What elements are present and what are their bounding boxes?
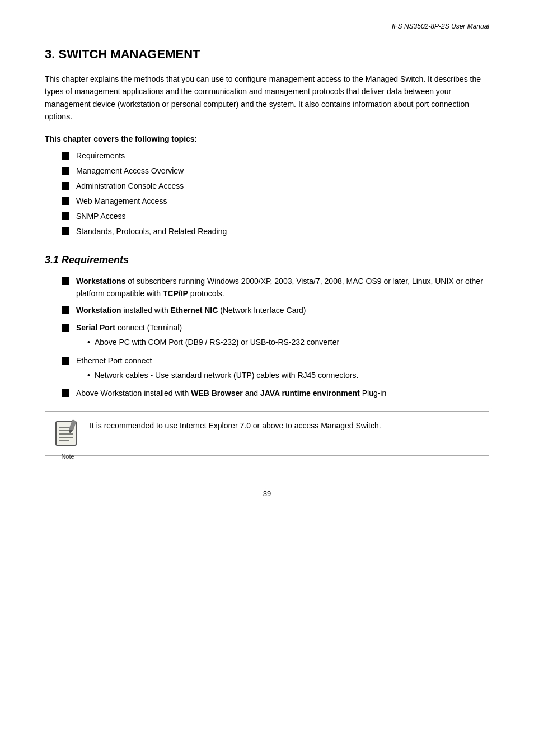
req-item-content: Workstation installed with Ethernet NIC … [76, 304, 489, 316]
toc-item-label: Standards, Protocols, and Related Readin… [76, 226, 227, 237]
note-text: It is recommended to use Internet Explor… [90, 419, 480, 432]
req-bold-nic: Ethernet NIC [171, 306, 218, 315]
sub-item: Above PC with COM Port (DB9 / RS-232) or… [87, 336, 489, 348]
manual-title: IFS NS3502-8P-2S User Manual [392, 22, 489, 30]
toc-item-label: Requirements [76, 150, 125, 162]
req-item-content: Serial Port connect (Terminal) Above PC … [76, 321, 489, 350]
toc-item-web-management: Web Management Access [62, 195, 489, 207]
toc-item-standards: Standards, Protocols, and Related Readin… [62, 226, 489, 237]
req-bold: Workstation [76, 306, 121, 315]
req-bold: Workstations [76, 277, 125, 286]
req-item-workstations: Workstations of subscribers running Wind… [62, 275, 489, 300]
toc-item-label: Administration Console Access [76, 180, 184, 192]
bullet-icon [62, 389, 69, 397]
req-item-web-browser: Above Workstation installed with WEB Bro… [62, 387, 489, 399]
req-bold-web: WEB Browser [191, 389, 243, 398]
bullet-icon [62, 324, 69, 332]
req-item-serial-port: Serial Port connect (Terminal) Above PC … [62, 321, 489, 350]
toc-item-admin-console: Administration Console Access [62, 180, 489, 192]
note-label: Note [54, 453, 82, 460]
toc-item-management-access: Management Access Overview [62, 165, 489, 177]
req-item-ethernet-port: Ethernet Port connect Network cables - U… [62, 354, 489, 383]
requirements-list: Workstations of subscribers running Wind… [62, 275, 489, 400]
bullet-icon [62, 306, 69, 314]
page-header: IFS NS3502-8P-2S User Manual [45, 22, 489, 30]
req-bold-java: JAVA runtime environment [260, 389, 360, 398]
req-bold: Serial Port [76, 323, 115, 332]
sub-list: Network cables - Use standard network (U… [87, 369, 489, 381]
section-31-title: 3.1 Requirements [45, 254, 489, 266]
toc-item-label: Web Management Access [76, 195, 167, 207]
note-icon: Note [54, 419, 82, 447]
chapter-title: 3. SWITCH MANAGEMENT [45, 47, 489, 62]
req-item-content: Ethernet Port connect Network cables - U… [76, 354, 489, 383]
sub-item-text: Above PC with COM Port (DB9 / RS-232) or… [95, 336, 339, 348]
bullet-icon [62, 277, 69, 285]
toc-item-label: Management Access Overview [76, 165, 184, 177]
sub-item: Network cables - Use standard network (U… [87, 369, 489, 381]
bullet-icon [62, 227, 69, 235]
bullet-icon [62, 182, 69, 190]
req-item-workstation-nic: Workstation installed with Ethernet NIC … [62, 304, 489, 316]
req-item-content: Workstations of subscribers running Wind… [76, 275, 489, 300]
toc-item-snmp: SNMP Access [62, 211, 489, 222]
note-svg-icon [54, 419, 82, 450]
page: IFS NS3502-8P-2S User Manual 3. SWITCH M… [0, 0, 534, 756]
bullet-icon [62, 357, 69, 365]
bullet-icon [62, 152, 69, 160]
page-number: 39 [45, 489, 489, 498]
toc-item-label: SNMP Access [76, 211, 125, 222]
sub-item-text: Network cables - Use standard network (U… [95, 369, 359, 381]
intro-paragraph: This chapter explains the methods that y… [45, 73, 489, 123]
sub-list: Above PC with COM Port (DB9 / RS-232) or… [87, 336, 489, 348]
bullet-icon [62, 197, 69, 205]
req-item-content: Above Workstation installed with WEB Bro… [76, 387, 489, 399]
bullet-icon [62, 167, 69, 175]
covers-heading: This chapter covers the following topics… [45, 134, 489, 143]
toc-list: Requirements Management Access Overview … [62, 150, 489, 237]
toc-item-requirements: Requirements [62, 150, 489, 162]
req-bold-tcpip: TCP/IP [163, 289, 188, 298]
bullet-icon [62, 212, 69, 220]
note-box: Note It is recommended to use Internet E… [45, 411, 489, 456]
